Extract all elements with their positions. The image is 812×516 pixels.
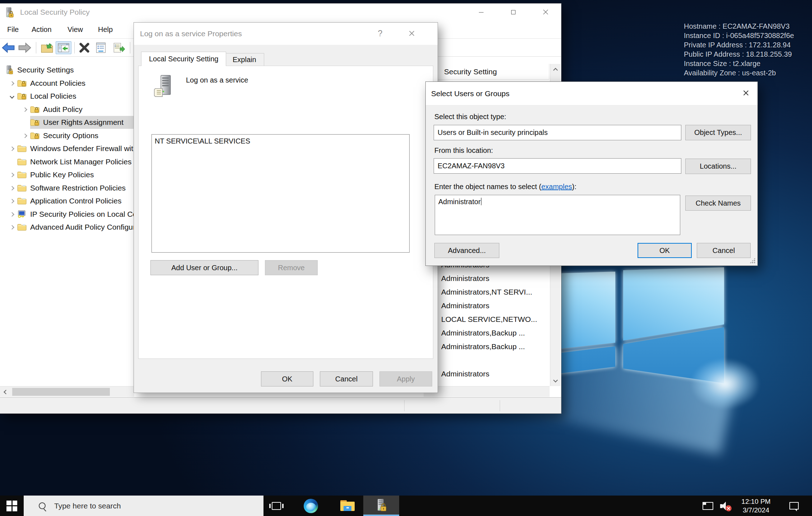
chevron-right-icon[interactable] (6, 173, 17, 177)
remove-button[interactable]: Remove (265, 260, 318, 275)
check-names-button[interactable]: Check Names (685, 196, 751, 211)
export-folder-button[interactable] (40, 41, 54, 54)
tab-label: Explain (233, 56, 256, 64)
mute-badge-icon (725, 505, 732, 511)
tree-label: Network List Manager Policies (30, 158, 131, 166)
console-tree-icon (57, 42, 70, 53)
menu-action[interactable]: Action (32, 21, 52, 38)
list-horizontal-scrollbar[interactable] (424, 386, 550, 397)
location-field[interactable]: EC2AMAZ-FAN98V3 (434, 158, 681, 174)
maximize-button[interactable] (508, 6, 519, 18)
tab-explain[interactable]: Explain (225, 53, 264, 66)
dialog-close-button[interactable] (406, 28, 417, 39)
chevron-right-icon[interactable] (6, 82, 17, 85)
scroll-down-icon[interactable] (550, 375, 561, 385)
edge-taskbar-button[interactable] (300, 496, 322, 516)
chevron-right-icon[interactable] (6, 226, 17, 229)
delete-button[interactable] (78, 41, 91, 54)
network-tray-icon[interactable] (700, 496, 716, 516)
tree-item-software-restriction-policies[interactable]: Software Restriction Policies (0, 182, 126, 194)
tree-horizontal-scrollbar[interactable] (0, 386, 134, 397)
resize-grip[interactable] (750, 258, 755, 263)
tree-item-security-settings[interactable]: Security Settings (0, 64, 74, 76)
app-server-lock-icon (5, 7, 14, 18)
list-row[interactable]: Administrators (424, 272, 549, 285)
tree-item-network-list-manager[interactable]: Network List Manager Policies (0, 155, 131, 168)
close-button[interactable] (540, 6, 551, 18)
list-cell: Administrators (441, 274, 489, 282)
list-row[interactable] (424, 353, 549, 367)
forward-button[interactable] (18, 41, 32, 54)
tree-item-security-options[interactable]: Security Options (0, 129, 98, 142)
menu-file[interactable]: File (7, 21, 19, 38)
member-item[interactable]: NT SERVICE\ALL SERVICES (155, 137, 406, 145)
chevron-right-icon[interactable] (6, 200, 17, 203)
ok-button[interactable]: OK (638, 243, 692, 258)
apply-button[interactable]: Apply (379, 371, 432, 386)
members-listbox[interactable]: NT SERVICE\ALL SERVICES (151, 134, 410, 253)
ec2-instance-info: Hostname : EC2AMAZ-FAN98V3 Instance ID :… (684, 22, 794, 78)
tree-item-local-policies[interactable]: Local Policies (0, 90, 76, 103)
tree-item-account-policies[interactable]: Account Policies (0, 77, 85, 90)
locations-button[interactable]: Locations... (685, 159, 751, 174)
chevron-right-icon[interactable] (19, 108, 30, 111)
chevron-down-icon[interactable] (6, 95, 17, 98)
list-cell: Administrators,Backup ... (441, 329, 525, 337)
ok-button[interactable]: OK (261, 371, 313, 386)
local-security-policy-taskbar-button[interactable] (363, 496, 399, 516)
cancel-button[interactable]: Cancel (697, 243, 751, 258)
list-row[interactable]: Administrators,Backup ... (424, 340, 549, 353)
taskbar-clock[interactable]: 12:10 PM 3/7/2024 (736, 496, 776, 516)
minimize-button[interactable] (475, 6, 487, 18)
monitor-key-icon (17, 210, 27, 218)
list-row[interactable]: Administrators,NT SERVI... (424, 285, 549, 299)
chevron-right-icon[interactable] (19, 134, 30, 137)
tree-label: Local Policies (30, 92, 76, 100)
help-button[interactable]: ? (374, 28, 386, 39)
start-button[interactable] (0, 496, 24, 516)
cancel-button[interactable]: Cancel (320, 371, 373, 386)
dialog-close-button[interactable] (740, 87, 752, 99)
chevron-right-icon[interactable] (6, 213, 17, 216)
main-titlebar: Local Security Policy (0, 4, 561, 21)
column-header-label: Security Setting (444, 67, 497, 76)
scroll-left-icon[interactable] (1, 387, 11, 397)
tab-local-security-setting[interactable]: Local Security Setting (141, 52, 226, 66)
network-icon (703, 502, 713, 510)
menu-view[interactable]: View (67, 21, 83, 38)
back-button[interactable] (1, 41, 15, 54)
tree-item-advanced-audit-policy[interactable]: Advanced Audit Policy Configuration (0, 221, 152, 234)
object-names-input[interactable]: Administrator (435, 195, 680, 235)
task-view-button[interactable] (266, 496, 286, 516)
scrollbar-thumb[interactable] (12, 388, 110, 396)
export-list-button[interactable] (112, 41, 126, 54)
object-type-field[interactable]: Users or Built-in security principals (434, 125, 681, 140)
tree-item-public-key-policies[interactable]: Public Key Policies (0, 168, 94, 181)
tree-item-application-control-policies[interactable]: Application Control Policies (0, 194, 121, 207)
server-lock-icon (375, 498, 387, 512)
advanced-button[interactable]: Advanced... (434, 243, 499, 258)
taskbar-search-input[interactable]: Type here to search (24, 496, 263, 516)
list-row[interactable]: Administrators (424, 367, 549, 381)
scroll-up-icon[interactable] (550, 65, 561, 75)
folder-icon (17, 171, 27, 179)
properties-button[interactable] (94, 41, 108, 54)
show-console-tree-button[interactable] (56, 41, 71, 54)
chevron-right-icon[interactable] (6, 187, 17, 190)
column-header-security-setting[interactable]: Security Setting (424, 64, 549, 80)
volume-tray-icon[interactable] (717, 496, 734, 516)
chevron-right-icon[interactable] (6, 147, 17, 150)
wallpaper-logo-left (556, 270, 615, 374)
list-row[interactable]: Administrators,Backup ... (424, 326, 549, 340)
menu-help[interactable]: Help (98, 21, 113, 38)
tree-item-audit-policy[interactable]: Audit Policy (0, 103, 83, 116)
list-row[interactable]: Administrators (424, 299, 549, 313)
file-explorer-taskbar-button[interactable] (337, 496, 358, 516)
action-center-button[interactable] (785, 496, 803, 516)
text-caret (481, 198, 481, 205)
dialog-titlebar: Log on as a service Properties ? (134, 23, 438, 45)
object-types-button[interactable]: Object Types... (685, 125, 751, 140)
add-user-or-group-button[interactable]: Add User or Group... (150, 260, 258, 275)
examples-link[interactable]: examples (541, 183, 572, 191)
list-row[interactable]: LOCAL SERVICE,NETWO... (424, 313, 549, 326)
